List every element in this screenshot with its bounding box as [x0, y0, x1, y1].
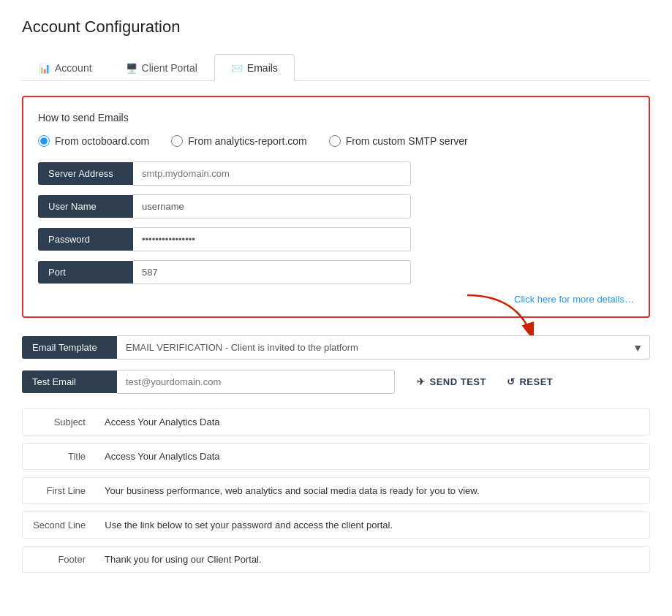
title-label: Title: [23, 444, 96, 469]
radio-analytics-label: From analytics-report.com: [188, 135, 307, 147]
radio-custom-smtp-label: From custom SMTP server: [346, 135, 468, 147]
radio-group: From octoboard.com From analytics-report…: [38, 135, 634, 147]
radio-custom-smtp-input[interactable]: [329, 135, 341, 147]
tab-account[interactable]: 📊 Account: [22, 54, 109, 81]
user-name-input[interactable]: [133, 194, 411, 218]
footer-input[interactable]: [96, 547, 649, 572]
second-line-label: Second Line: [23, 512, 96, 538]
reset-label: RESET: [519, 376, 553, 387]
password-label: Password: [38, 228, 133, 251]
action-buttons: ✈ SEND TEST ↺ RESET: [407, 370, 563, 393]
email-template-row: Email Template EMAIL VERIFICATION - Clie…: [22, 335, 650, 360]
radio-custom-smtp[interactable]: From custom SMTP server: [329, 135, 468, 147]
test-email-row: Test Email ✈ SEND TEST ↺ RESET: [22, 370, 650, 394]
title-input[interactable]: [96, 444, 649, 469]
content-fields: Subject Title First Line Second Line Foo…: [22, 408, 650, 573]
second-line-row: Second Line: [22, 512, 650, 539]
radio-analytics-report[interactable]: From analytics-report.com: [171, 135, 307, 147]
password-input[interactable]: [133, 227, 411, 251]
tab-bar: 📊 Account 🖥️ Client Portal ✉️ Emails: [22, 54, 650, 81]
email-template-label: Email Template: [22, 336, 117, 359]
first-line-input[interactable]: [96, 478, 649, 503]
port-label: Port: [38, 261, 133, 284]
subject-input[interactable]: [96, 409, 649, 435]
client-portal-icon: 🖥️: [126, 63, 137, 74]
subject-row: Subject: [22, 408, 650, 436]
send-test-button[interactable]: ✈ SEND TEST: [407, 370, 497, 393]
user-name-label: User Name: [38, 195, 133, 218]
subject-label: Subject: [23, 409, 96, 435]
reset-button[interactable]: ↺ RESET: [497, 370, 563, 393]
tab-account-label: Account: [55, 62, 92, 74]
test-email-input[interactable]: [117, 370, 395, 394]
smtp-section: How to send Emails From octoboard.com Fr…: [22, 96, 650, 318]
password-row: Password: [38, 227, 634, 251]
send-icon: ✈: [417, 376, 426, 387]
radio-octoboard-input[interactable]: [38, 135, 50, 147]
port-row: Port: [38, 260, 634, 284]
server-address-label: Server Address: [38, 162, 133, 185]
server-address-input[interactable]: [133, 161, 411, 186]
smtp-title: How to send Emails: [38, 112, 634, 123]
more-details-section: Click here for more details…: [38, 293, 634, 305]
footer-row: Footer: [22, 546, 650, 573]
footer-label: Footer: [23, 547, 96, 572]
more-details-link[interactable]: Click here for more details…: [514, 294, 634, 305]
email-template-select[interactable]: EMAIL VERIFICATION - Client is invited t…: [117, 335, 650, 360]
emails-icon: ✉️: [231, 63, 243, 74]
radio-analytics-input[interactable]: [171, 135, 183, 147]
account-icon: 📊: [39, 63, 50, 74]
page-title: Account Configuration: [22, 18, 650, 37]
first-line-label: First Line: [23, 478, 96, 503]
server-address-row: Server Address: [38, 161, 634, 186]
radio-octoboard-label: From octoboard.com: [55, 135, 149, 147]
reset-icon: ↺: [507, 376, 516, 387]
first-line-row: First Line: [22, 477, 650, 504]
tab-emails-label: Emails: [247, 62, 278, 74]
tab-client-portal-label: Client Portal: [142, 62, 197, 74]
user-name-row: User Name: [38, 194, 634, 218]
tab-client-portal[interactable]: 🖥️ Client Portal: [109, 54, 214, 81]
email-template-section: Email Template EMAIL VERIFICATION - Clie…: [22, 335, 650, 394]
port-input[interactable]: [133, 260, 411, 284]
radio-octoboard[interactable]: From octoboard.com: [38, 135, 149, 147]
test-email-label: Test Email: [22, 370, 117, 393]
second-line-input[interactable]: [96, 512, 649, 538]
template-select-wrapper: EMAIL VERIFICATION - Client is invited t…: [117, 335, 650, 360]
send-test-label: SEND TEST: [430, 376, 486, 387]
title-row: Title: [22, 443, 650, 470]
tab-emails[interactable]: ✉️ Emails: [214, 54, 295, 81]
